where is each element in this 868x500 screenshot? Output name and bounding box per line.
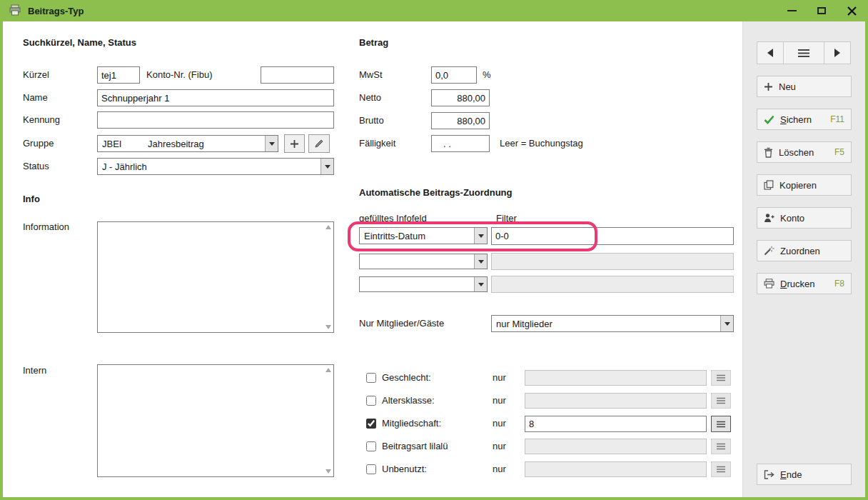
infofeld-combobox-1[interactable]: Eintritts-Datum <box>359 227 488 244</box>
menu-icon <box>716 443 726 450</box>
kennung-input[interactable] <box>97 111 334 129</box>
kontonr-input[interactable] <box>261 66 334 84</box>
infofeld-column-header: gefülltes Infofeld <box>359 213 427 224</box>
intern-textarea[interactable] <box>97 364 334 477</box>
nav-prev-button[interactable] <box>757 41 784 64</box>
loeschen-button[interactable]: Löschen F5 <box>757 141 852 163</box>
wand-icon <box>764 246 774 256</box>
maximize-icon <box>817 7 826 14</box>
netto-input[interactable] <box>431 89 490 106</box>
drucken-button[interactable]: Drucken F8 <box>757 273 852 294</box>
kontonr-label: Konto-Nr. (Fibu) <box>146 69 212 80</box>
window-title: Beitrags-Typ <box>28 6 84 16</box>
maximize-button[interactable] <box>815 4 828 17</box>
geschlecht-input[interactable] <box>525 370 707 386</box>
scroll-down-icon[interactable] <box>326 325 331 329</box>
section-suchkuerzel-heading: Suchkürzel, Name, Status <box>23 37 136 48</box>
altersklasse-checkbox[interactable] <box>366 396 376 406</box>
plus-icon <box>290 139 299 149</box>
information-label: Information <box>23 221 69 232</box>
menu-icon <box>716 374 726 381</box>
infofeld-dropdown-button-2[interactable] <box>474 254 487 269</box>
beitragsart-input[interactable] <box>525 439 707 454</box>
section-info-heading: Info <box>23 194 40 204</box>
gruppe-combobox[interactable]: JBEI Jahresbeitrag <box>97 135 278 152</box>
kuerzel-input[interactable] <box>97 66 140 84</box>
status-label: Status <box>23 161 49 171</box>
intern-label: Intern <box>23 365 46 376</box>
konto-button[interactable]: Konto <box>757 207 852 229</box>
altersklasse-menu-button[interactable] <box>711 393 731 409</box>
name-label: Name <box>23 92 48 103</box>
kuerzel-label: Kürzel <box>23 69 49 80</box>
window-body: Suchkürzel, Name, Status Kürzel Konto-Nr… <box>3 21 865 497</box>
ende-button[interactable]: Ende <box>757 464 852 485</box>
faelligkeit-input[interactable] <box>431 135 490 152</box>
geschlecht-checkbox[interactable] <box>366 373 376 383</box>
beitragsart-menu-button[interactable] <box>711 439 731 454</box>
infofeld-value-2 <box>360 254 474 269</box>
kopieren-button[interactable]: Kopieren <box>757 174 852 196</box>
mitgliedschaft-menu-button[interactable] <box>711 416 731 432</box>
scroll-up-icon[interactable] <box>326 225 331 229</box>
infofeld-value-3 <box>360 277 474 291</box>
faelligkeit-label: Fälligkeit <box>359 138 395 149</box>
gruppe-dropdown-button[interactable] <box>265 136 278 151</box>
mwst-input[interactable] <box>431 66 477 84</box>
infofeld-dropdown-button-1[interactable] <box>474 228 487 244</box>
mitglieder-combobox[interactable]: nur Mitglieder <box>491 315 734 332</box>
trash-icon <box>764 147 773 158</box>
loeschen-button-label: Löschen <box>779 147 814 158</box>
filter-input-3[interactable] <box>491 276 734 293</box>
intern-text <box>99 366 323 475</box>
geschlecht-menu-button[interactable] <box>711 370 731 386</box>
filter-input-1[interactable] <box>491 227 734 245</box>
unbenutzt-label: Unbenutzt: <box>382 464 427 474</box>
app-icon <box>9 4 21 18</box>
mitgliedschaft-checkbox[interactable] <box>366 419 376 429</box>
zuordnen-button[interactable]: Zuordnen <box>757 240 852 261</box>
name-input[interactable] <box>97 89 334 106</box>
minimize-button[interactable] <box>785 4 798 17</box>
printer-icon <box>764 279 774 289</box>
neu-button[interactable]: Neu <box>757 76 852 97</box>
unbenutzt-menu-button[interactable] <box>711 461 731 477</box>
faelligkeit-hint: Leer = Buchungstag <box>500 138 583 149</box>
gruppe-name: Jahresbeitrag <box>148 139 204 149</box>
mitgliedschaft-input[interactable] <box>525 416 707 432</box>
scroll-down-icon[interactable] <box>326 469 331 474</box>
unbenutzt-input[interactable] <box>525 461 707 477</box>
altersklasse-label: Altersklasse: <box>382 395 435 406</box>
action-sidebar: Neu Sichern F11 Löschen F5 Kopieren Kont… <box>742 21 865 497</box>
geschlecht-nur-label: nur <box>493 372 506 383</box>
scroll-up-icon[interactable] <box>326 368 331 372</box>
menu-icon <box>716 421 726 428</box>
status-dropdown-button[interactable] <box>321 159 333 174</box>
exit-icon <box>764 470 774 479</box>
brutto-input[interactable] <box>431 112 490 129</box>
altersklasse-input[interactable] <box>525 393 707 409</box>
information-textarea[interactable] <box>97 221 334 333</box>
minimize-icon <box>787 10 797 11</box>
unbenutzt-checkbox[interactable] <box>366 464 376 474</box>
nav-next-button[interactable] <box>824 41 851 64</box>
filter-input-2[interactable] <box>491 253 734 270</box>
nav-list-button[interactable] <box>783 41 824 64</box>
infofeld-combobox-3[interactable] <box>359 276 488 292</box>
gruppe-add-button[interactable] <box>284 134 305 153</box>
pencil-icon <box>314 139 324 149</box>
chevron-down-icon <box>478 234 484 238</box>
close-button[interactable] <box>845 4 858 17</box>
gruppe-edit-button[interactable] <box>308 134 330 153</box>
mitglieder-dropdown-button[interactable] <box>720 316 733 331</box>
beitragsart-checkbox[interactable] <box>366 441 376 451</box>
konto-button-label: Konto <box>780 213 804 224</box>
ende-button-label: Ende <box>780 469 802 480</box>
brutto-label: Brutto <box>359 115 384 126</box>
close-icon <box>847 6 857 16</box>
status-combobox[interactable]: J - Jährlich <box>97 158 334 175</box>
infofeld-combobox-2[interactable] <box>359 254 488 269</box>
sichern-button[interactable]: Sichern F11 <box>757 109 852 130</box>
infofeld-dropdown-button-3[interactable] <box>474 277 487 291</box>
copy-icon <box>764 180 774 190</box>
